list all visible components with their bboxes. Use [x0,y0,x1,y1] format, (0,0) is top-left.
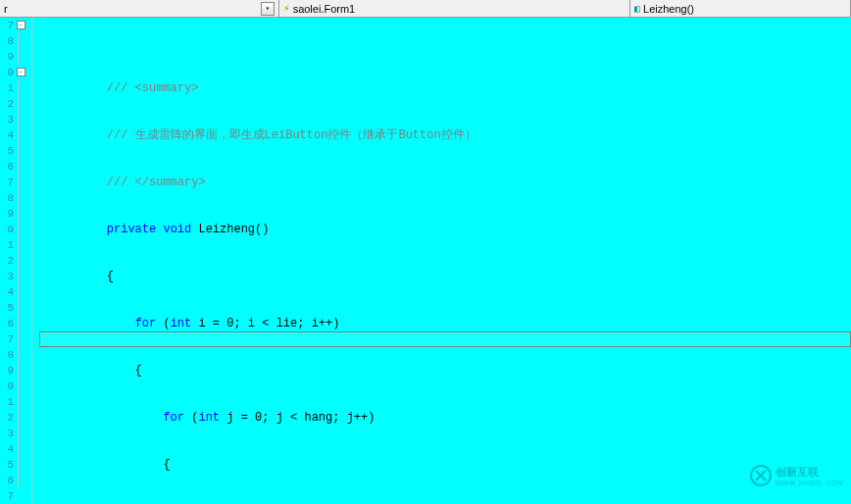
method-icon: ◧ [634,3,640,15]
line-number-gutter: 7890 1234 5678 9012 3456 7890 1234 5678 [0,18,14,504]
top-navigation-bar: r ▾ ⚡ saolei.Form1 ◧ Leizheng() [0,0,851,18]
code-editor[interactable]: 7890 1234 5678 9012 3456 7890 1234 5678 … [0,18,851,504]
fold-gutter: − − [14,18,27,504]
class-icon: ⚡ [283,2,290,15]
outline-column [27,18,39,504]
fold-collapse-icon[interactable]: − [17,21,25,29]
current-line-highlight [39,331,851,347]
scope-label: r [4,3,8,15]
class-dropdown[interactable]: ⚡ saolei.Form1 [279,0,630,17]
code-content[interactable]: /// <summary> /// 生成雷阵的界面，即生成LeiButton控件… [39,18,851,504]
chevron-down-icon[interactable]: ▾ [261,2,275,16]
class-label: saolei.Form1 [293,3,356,15]
member-dropdown[interactable]: ◧ Leizheng() [630,0,851,17]
member-label: Leizheng() [643,3,694,15]
scope-dropdown[interactable]: r ▾ [0,0,279,17]
fold-collapse-icon[interactable]: − [17,68,25,76]
